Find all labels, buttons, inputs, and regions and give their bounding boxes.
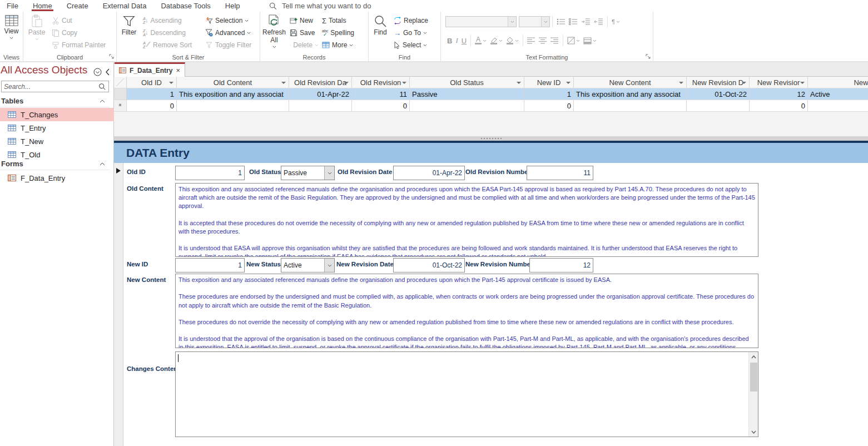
- toggle-filter-button[interactable]: Toggle Filter: [204, 39, 257, 51]
- nav-section-tables[interactable]: Tables: [0, 95, 110, 107]
- more-button[interactable]: More: [320, 39, 365, 51]
- replace-button[interactable]: Replace: [392, 14, 430, 27]
- delete-record-button[interactable]: Delete: [288, 39, 320, 51]
- column-dropdown-icon[interactable]: [679, 82, 683, 84]
- advanced-filter-button[interactable]: Advanced: [204, 27, 257, 39]
- cell-old-id[interactable]: 1: [127, 88, 177, 100]
- cell-old-revision-date[interactable]: [289, 100, 352, 111]
- cell-new-revision-date[interactable]: [687, 100, 750, 111]
- changes-content-scrollbar[interactable]: [748, 352, 758, 437]
- ribbon-tab-help[interactable]: Help: [224, 1, 241, 11]
- cell-new-revision-date[interactable]: 01-Oct-22: [687, 88, 750, 100]
- column-header-old-revision-date[interactable]: Old Revision Da: [289, 77, 352, 88]
- form-record-selector-strip[interactable]: [114, 163, 123, 446]
- tell-me-search[interactable]: Tell me what you want to do: [269, 0, 371, 12]
- new-status-combo[interactable]: Active: [281, 258, 335, 272]
- cell-new-revision[interactable]: 12: [750, 88, 808, 100]
- numbering-button[interactable]: [567, 16, 579, 27]
- new-status-dropdown-button[interactable]: [324, 259, 334, 272]
- cell-old-revision[interactable]: 0: [352, 100, 410, 111]
- column-header-new-status[interactable]: New Sta: [808, 77, 868, 88]
- column-dropdown-icon[interactable]: [402, 82, 406, 84]
- nav-item-t-changes[interactable]: T_Changes: [0, 108, 114, 121]
- old-status-dropdown-button[interactable]: [324, 166, 334, 180]
- format-painter-button[interactable]: Format Painter: [50, 39, 107, 51]
- old-revision-date-field[interactable]: 01-Apr-22: [393, 166, 465, 180]
- nav-search-box[interactable]: [1, 81, 109, 92]
- table-row[interactable]: 1 This exposition and any associat 01-Ap…: [114, 88, 868, 100]
- view-button[interactable]: View: [0, 12, 23, 39]
- column-dropdown-icon[interactable]: [281, 82, 286, 84]
- column-header-new-content[interactable]: New Content: [574, 77, 687, 88]
- cell-new-content[interactable]: This exposition and any associat: [574, 88, 687, 100]
- old-revision-number-field[interactable]: 11: [527, 166, 593, 180]
- selection-button[interactable]: Selection: [204, 14, 257, 27]
- cell-new-content[interactable]: [574, 100, 687, 111]
- column-header-new-revision-date[interactable]: New Revision D: [687, 77, 750, 88]
- ribbon-tab-external-data[interactable]: External Data: [102, 1, 148, 11]
- decrease-indent-button[interactable]: [592, 16, 605, 27]
- find-button[interactable]: Find: [369, 12, 392, 37]
- scroll-up-button[interactable]: [749, 352, 758, 361]
- align-left-button[interactable]: [525, 35, 537, 46]
- ribbon-tab-create[interactable]: Create: [66, 1, 90, 11]
- background-color-button[interactable]: [504, 35, 520, 46]
- new-revision-date-field[interactable]: 01-Oct-22: [393, 258, 465, 272]
- column-header-old-id[interactable]: Old ID: [127, 77, 177, 88]
- old-id-field[interactable]: 1: [175, 166, 245, 180]
- cell-old-status[interactable]: [410, 100, 524, 111]
- font-size-combo[interactable]: [519, 16, 550, 27]
- align-right-button[interactable]: [549, 35, 561, 46]
- column-dropdown-icon[interactable]: [169, 82, 173, 84]
- ribbon-tab-database-tools[interactable]: Database Tools: [160, 1, 211, 11]
- new-record-selector[interactable]: *: [114, 100, 127, 111]
- column-header-old-revision[interactable]: Old Revision: [352, 77, 410, 88]
- column-dropdown-icon[interactable]: [800, 82, 805, 84]
- cell-old-status[interactable]: Passive: [410, 88, 524, 100]
- column-dropdown-icon[interactable]: [517, 82, 521, 84]
- gridlines-button[interactable]: [566, 35, 582, 46]
- shutter-close-icon[interactable]: [105, 68, 110, 76]
- tab-f-data-entry[interactable]: F_Data_Entry ×: [115, 62, 185, 77]
- nav-pane-menu-icon[interactable]: [93, 68, 102, 76]
- select-all-corner[interactable]: [114, 77, 127, 88]
- paste-button[interactable]: Paste: [23, 12, 50, 41]
- ascending-button[interactable]: AZ↓ Ascending: [141, 14, 204, 27]
- refresh-all-button[interactable]: Refresh All: [260, 12, 288, 48]
- cell-old-revision[interactable]: 11: [352, 88, 410, 100]
- cell-new-revision[interactable]: 0: [750, 100, 808, 111]
- old-status-combo[interactable]: Passive: [281, 166, 335, 180]
- nav-item-t-new[interactable]: T_New: [0, 135, 114, 148]
- italic-button[interactable]: I: [454, 35, 459, 46]
- cell-old-revision-date[interactable]: 01-Apr-22: [289, 88, 352, 100]
- table-row-new-record[interactable]: * 0 0 0 0: [114, 100, 868, 112]
- scrollbar-thumb[interactable]: [750, 363, 757, 392]
- filter-button[interactable]: Filter: [117, 12, 141, 37]
- search-icon[interactable]: [98, 83, 106, 91]
- cut-button[interactable]: Cut: [50, 14, 107, 27]
- column-header-new-revision[interactable]: New Revisior: [750, 77, 808, 88]
- nav-item-f-data-entry[interactable]: F_Data_Entry: [0, 171, 114, 185]
- cell-new-id[interactable]: 1: [524, 88, 574, 100]
- ribbon-tab-home[interactable]: Home: [32, 1, 53, 11]
- nav-search-input[interactable]: [2, 83, 98, 91]
- cell-new-status[interactable]: Active: [808, 88, 868, 100]
- ribbon-tab-file[interactable]: File: [6, 1, 19, 11]
- alternate-row-color-button[interactable]: [582, 35, 598, 46]
- font-name-combo[interactable]: [445, 16, 517, 27]
- spelling-button[interactable]: abc✓ Spelling: [320, 27, 365, 39]
- remove-sort-button[interactable]: AZ Remove Sort: [141, 39, 204, 51]
- changes-content-field[interactable]: [175, 351, 758, 437]
- new-content-field[interactable]: This exposition and any associated refer…: [175, 274, 758, 348]
- column-header-new-id[interactable]: New ID: [524, 77, 574, 88]
- go-to-button[interactable]: → Go To: [392, 27, 430, 39]
- column-dropdown-icon[interactable]: [344, 82, 349, 84]
- column-dropdown-icon[interactable]: [742, 82, 746, 84]
- copy-button[interactable]: Copy: [50, 27, 107, 39]
- increase-indent-button[interactable]: [579, 16, 592, 27]
- new-record-button[interactable]: New: [288, 14, 320, 27]
- highlight-color-button[interactable]: [488, 35, 504, 46]
- save-record-button[interactable]: Save: [288, 27, 320, 39]
- column-dropdown-icon[interactable]: [566, 82, 571, 84]
- align-center-button[interactable]: [537, 35, 549, 46]
